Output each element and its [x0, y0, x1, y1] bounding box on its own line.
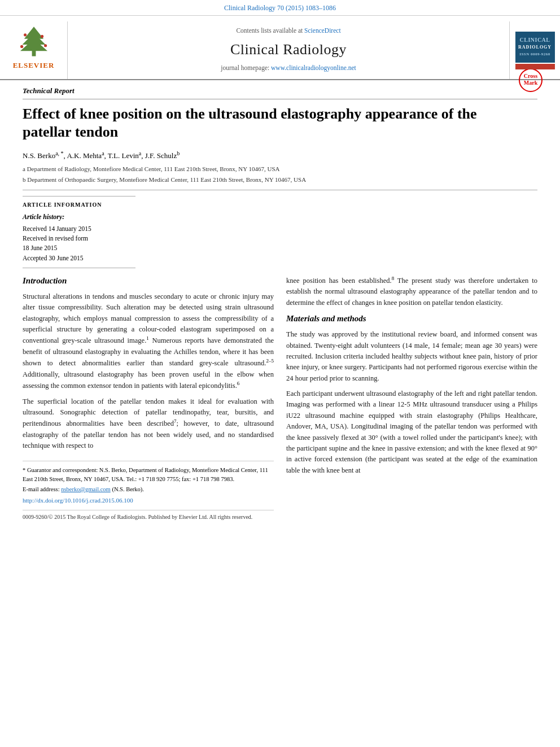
ref-2-5: 2–5: [266, 358, 274, 364]
affiliation-b: b Department of Orthopaedic Surgery, Mon…: [23, 175, 537, 185]
svg-marker-3: [20, 39, 47, 51]
author4-sup: b: [177, 150, 180, 156]
author4-name: , J.F. Schulz: [141, 151, 177, 160]
svg-point-5: [41, 35, 43, 38]
badge-top-text: CLINICAL: [519, 36, 550, 44]
homepage-label: journal homepage:: [221, 64, 269, 71]
right-body-col: knee position has been established.8 The…: [286, 275, 537, 521]
article-info-panel: ARTICLE INFORMATION Article history: Rec…: [23, 196, 135, 268]
article-type-label: Technical Report: [23, 86, 537, 99]
badge-bottom-text: ISSN 0009-9260: [519, 52, 550, 58]
right-intro-para1: knee position has been established.8 The…: [286, 275, 537, 308]
elsevier-wordmark: ELSEVIER: [13, 60, 55, 71]
elsevier-tree-icon: [14, 24, 54, 58]
svg-point-4: [24, 33, 27, 36]
author1-name: N.S. Berko: [23, 151, 55, 160]
top-bar: Clinical Radiology 70 (2015) 1083–1086: [0, 0, 560, 16]
journal-title-display: Clinical Radiology: [230, 40, 347, 60]
author2-name: , A.K. Mehta: [64, 151, 102, 160]
materials-para1: The study was approved by the institutio…: [286, 329, 537, 384]
materials-heading: Materials and methods: [286, 313, 537, 325]
article-info-section-title: ARTICLE INFORMATION: [23, 201, 135, 209]
body-content: Introduction Structural alterations in t…: [23, 275, 537, 521]
svg-text:Mark: Mark: [524, 80, 538, 86]
article-info-box: ARTICLE INFORMATION Article history: Rec…: [23, 196, 135, 268]
sciencedirect-availability: Contents lists available at ScienceDirec…: [236, 26, 340, 35]
sciencedirect-link[interactable]: ScienceDirect: [304, 27, 341, 34]
journal-homepage-line: journal homepage: www.clinicalradiologyo…: [221, 63, 356, 72]
footnote-section: * Guarantor and correspondent: N.S. Berk…: [23, 461, 274, 521]
svg-point-6: [20, 45, 23, 48]
intro-para-1: Structural alterations in tendons and mu…: [23, 291, 274, 392]
abstract-right-area: [149, 196, 537, 268]
copyright-line: 0009-9260/© 2015 The Royal College of Ra…: [23, 510, 274, 521]
badge-accent-bar: [515, 64, 555, 69]
badge-main-text: RADIOLOGY: [518, 44, 552, 50]
header-divider: [23, 190, 537, 190]
citation-text: Clinical Radiology 70 (2015) 1083–1086: [224, 4, 336, 12]
email-footnote: E-mail address: nsberko@gmail.com (N.S. …: [23, 485, 274, 494]
affiliation-a: a Department of Radiology, Montefiore Me…: [23, 164, 537, 174]
header-center-content: Contents lists available at ScienceDirec…: [68, 21, 509, 80]
affiliations: a Department of Radiology, Montefiore Me…: [23, 164, 537, 184]
received-revised-date: 18 June 2015: [23, 243, 135, 253]
received-1: Received 14 January 2015: [23, 224, 135, 234]
article-history-label: Article history:: [23, 212, 135, 222]
received-revised-label: Received in revised form: [23, 234, 135, 243]
content-wrapper: Technical Report Cross Mark Effect of kn…: [0, 80, 560, 532]
two-col-info-layout: ARTICLE INFORMATION Article history: Rec…: [23, 196, 537, 268]
doi-link[interactable]: http://dx.doi.org/10.1016/j.crad.2015.06…: [23, 497, 133, 504]
email-address[interactable]: nsberko@gmail.com: [61, 486, 111, 492]
radiology-badge: CLINICAL RADIOLOGY ISSN 0009-9260: [515, 32, 555, 63]
elsevier-branding: ELSEVIER: [0, 21, 68, 80]
authors-line: N.S. Berkoa, *, A.K. Mehtaa, T.L. Levina…: [23, 150, 537, 161]
doi-line: http://dx.doi.org/10.1016/j.crad.2015.06…: [23, 496, 274, 505]
guarantor-footnote: * Guarantor and correspondent: N.S. Berk…: [23, 466, 274, 484]
email-label: E-mail address:: [23, 486, 60, 492]
author3-name: , T.L. Levin: [104, 151, 139, 160]
article-title: Effect of knee position on the ultrasoun…: [23, 105, 485, 142]
homepage-link[interactable]: www.clinicalradiologyonline.net: [271, 64, 356, 71]
contents-label: Contents lists available at: [236, 27, 303, 34]
svg-point-7: [44, 44, 47, 47]
email-suffix: (N.S. Berko).: [112, 486, 144, 492]
right-intro-text: knee position has been established.: [286, 277, 392, 285]
introduction-heading: Introduction: [23, 275, 274, 287]
journal-header: ELSEVIER Contents lists available at Sci…: [0, 16, 560, 81]
accepted-date: Accepted 30 June 2015: [23, 254, 135, 263]
author1-sup: a, *: [55, 150, 63, 156]
intro-para-2: The superficial location of the patellar…: [23, 396, 274, 452]
left-body-col: Introduction Structural alterations in t…: [23, 275, 274, 521]
journal-badge-area: CLINICAL RADIOLOGY ISSN 0009-9260: [509, 21, 560, 80]
ref-6: 6: [237, 381, 240, 386]
intro-p1-cont2: Additionally, ultrasound elastography ha…: [23, 370, 274, 390]
materials-para2: Each participant underwent ultrasound el…: [286, 388, 537, 476]
